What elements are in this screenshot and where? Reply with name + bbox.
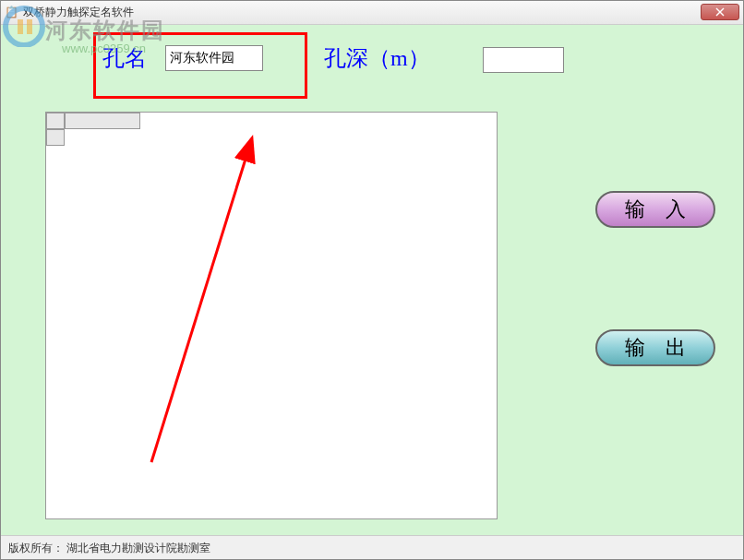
close-icon — [715, 7, 725, 17]
hole-depth-input[interactable] — [483, 47, 564, 73]
hole-depth-label: 孔深（m） — [324, 43, 430, 73]
footer: 版权所有： 湖北省电力勘测设计院勘测室 — [1, 535, 743, 559]
grid-header-row — [46, 113, 140, 129]
content-area: 孔名 孔深（m） 输 入 输 出 — [1, 25, 743, 535]
app-window: 📋 双桥静力触探定名软件 孔名 孔深（m） — [0, 0, 744, 560]
app-icon: 📋 — [5, 6, 19, 20]
hole-name-row: 孔名 — [102, 43, 263, 73]
canvas-area — [45, 112, 498, 519]
hole-name-label: 孔名 — [102, 43, 147, 73]
copyright-text: 版权所有： 湖北省电力勘测设计院勘测室 — [8, 542, 210, 554]
output-button[interactable]: 输 出 — [595, 329, 715, 366]
titlebar: 📋 双桥静力触探定名软件 — [1, 1, 743, 25]
grid-row — [46, 129, 65, 146]
grid-cell — [46, 113, 65, 129]
window-title: 双桥静力触探定名软件 — [23, 5, 134, 20]
hole-name-input[interactable] — [165, 45, 263, 71]
close-button[interactable] — [701, 4, 739, 20]
grid-cell — [65, 113, 140, 129]
grid-cell — [46, 129, 65, 146]
input-button[interactable]: 输 入 — [595, 191, 715, 228]
